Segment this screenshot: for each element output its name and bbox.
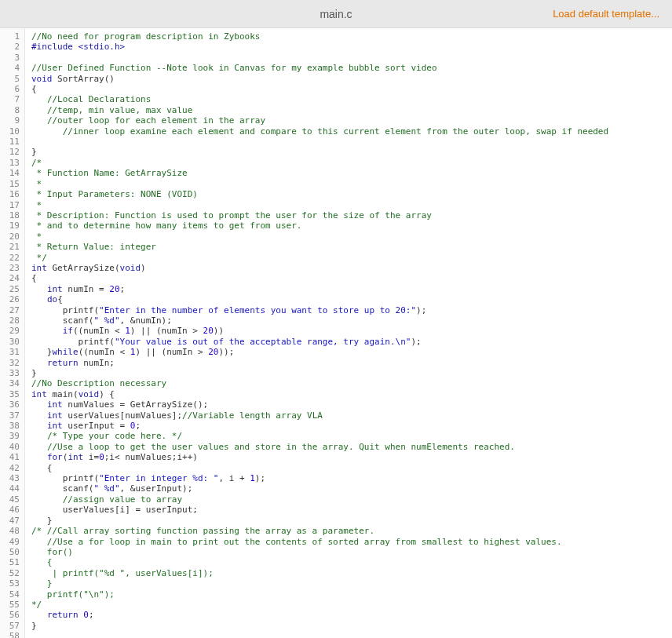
code-line[interactable]: return 0; <box>31 610 672 620</box>
code-line[interactable]: * <box>31 179 672 189</box>
line-number: 30 <box>0 337 24 347</box>
code-line[interactable]: void SortArray() <box>31 74 672 84</box>
code-line[interactable]: /* <box>31 158 672 168</box>
code-line[interactable]: //assign value to array <box>31 494 672 505</box>
line-number: 24 <box>0 273 24 283</box>
line-number: 31 <box>0 347 24 357</box>
line-number: 16 <box>0 189 24 199</box>
code-line[interactable] <box>31 137 672 147</box>
code-line[interactable]: */ <box>31 600 672 610</box>
code-line[interactable]: } <box>31 621 672 631</box>
line-number: 21 <box>0 242 24 252</box>
code-line[interactable]: * and to determine how many items to get… <box>31 221 672 231</box>
code-line[interactable]: * Return Value: integer <box>31 242 672 252</box>
code-line[interactable]: do{ <box>31 294 672 304</box>
line-number: 8 <box>0 105 24 115</box>
code-line[interactable]: //No need for program description in Zyb… <box>31 31 672 42</box>
code-line[interactable]: printf("Your value is out of the accepta… <box>31 337 672 347</box>
code-line[interactable]: * Input Parameters: NONE (VOID) <box>31 189 672 199</box>
line-number: 49 <box>0 537 24 547</box>
code-line[interactable]: /* //Call array sorting function passing… <box>31 526 672 536</box>
code-line[interactable]: if((numIn < 1) || (numIn > 20)) <box>31 326 672 336</box>
code-line[interactable]: for() <box>31 547 672 557</box>
code-line[interactable]: //inner loop examine each element and co… <box>31 126 672 137</box>
code-line[interactable]: userValues[i] = userInput; <box>31 505 672 515</box>
code-line[interactable]: scanf(" %d", &userInput); <box>31 483 672 494</box>
code-line[interactable]: * Function Name: GetArraySize <box>31 168 672 178</box>
code-line[interactable]: } <box>31 147 672 157</box>
line-number: 15 <box>0 179 24 189</box>
line-number: 11 <box>0 137 24 147</box>
line-number: 43 <box>0 473 24 483</box>
line-number: 41 <box>0 452 24 462</box>
line-number: 45 <box>0 494 24 505</box>
line-number: 47 <box>0 516 24 526</box>
code-line[interactable] <box>31 631 672 638</box>
code-line[interactable]: { <box>31 463 672 473</box>
code-area[interactable]: //No need for program description in Zyb… <box>25 28 672 638</box>
code-line[interactable]: int numValues = GetArraySize(); <box>31 399 672 410</box>
code-line[interactable]: } <box>31 516 672 526</box>
line-number: 22 <box>0 253 24 263</box>
code-line[interactable]: //User Defined Function --Note look in C… <box>31 63 672 73</box>
line-number: 13 <box>0 158 24 168</box>
code-line[interactable]: int userInput = 0; <box>31 421 672 431</box>
line-number: 26 <box>0 294 24 304</box>
code-line[interactable]: printf("\n"); <box>31 589 672 600</box>
code-line[interactable]: { <box>31 273 672 283</box>
load-template-link[interactable]: Load default template... <box>553 8 659 20</box>
code-line[interactable]: //Use a loop to get the user values and … <box>31 442 672 452</box>
code-line[interactable] <box>31 53 672 63</box>
code-line[interactable]: return numIn; <box>31 358 672 368</box>
code-line[interactable]: for(int i=0;i< numValues;i++) <box>31 452 672 462</box>
code-line[interactable]: int GetArraySize(void) <box>31 263 672 273</box>
line-number: 54 <box>0 589 24 600</box>
line-number: 52 <box>0 568 24 578</box>
line-number: 32 <box>0 358 24 368</box>
line-number: 46 <box>0 505 24 515</box>
line-number: 23 <box>0 263 24 273</box>
code-line[interactable]: * Description: Function is used to promp… <box>31 210 672 221</box>
code-line[interactable]: | printf("%d ", userValues[i]); <box>31 568 672 578</box>
code-editor[interactable]: 1234567891011121314151617181920212223242… <box>0 28 672 638</box>
code-line[interactable]: //outer loop for each element in the arr… <box>31 115 672 126</box>
line-number: 18 <box>0 210 24 221</box>
line-number: 6 <box>0 84 24 94</box>
line-number: 58 <box>0 631 24 638</box>
code-line[interactable]: //temp, min value, max value <box>31 105 672 115</box>
line-number: 37 <box>0 410 24 421</box>
line-number: 57 <box>0 621 24 631</box>
line-number: 36 <box>0 399 24 410</box>
line-number: 51 <box>0 557 24 567</box>
code-line[interactable]: //Use a for loop in main to print out th… <box>31 537 672 547</box>
line-number: 55 <box>0 600 24 610</box>
code-line[interactable]: * <box>31 200 672 210</box>
editor-header: main.c Load default template... <box>0 0 672 28</box>
line-number: 35 <box>0 389 24 399</box>
line-number: 10 <box>0 126 24 137</box>
code-line[interactable]: #include <stdio.h> <box>31 42 672 52</box>
code-line[interactable]: //No Description necessary <box>31 378 672 388</box>
line-number: 29 <box>0 326 24 336</box>
code-line[interactable]: int numIn = 20; <box>31 284 672 294</box>
code-line[interactable]: } <box>31 368 672 378</box>
line-number: 56 <box>0 610 24 620</box>
code-line[interactable]: printf("Enter in the number of elements … <box>31 305 672 315</box>
code-line[interactable]: */ <box>31 253 672 263</box>
line-number: 12 <box>0 147 24 157</box>
code-line[interactable]: * <box>31 232 672 242</box>
code-line[interactable]: scanf(" %d", &numIn); <box>31 315 672 326</box>
code-line[interactable]: { <box>31 557 672 567</box>
code-line[interactable]: { <box>31 84 672 94</box>
code-line[interactable]: int userValues[numValues];//Variable len… <box>31 410 672 421</box>
code-line[interactable]: } <box>31 578 672 589</box>
code-line[interactable]: }while((numIn < 1) || (numIn > 20)); <box>31 347 672 357</box>
code-line[interactable]: //Local Declarations <box>31 94 672 104</box>
code-line[interactable]: printf("Enter in integer %d: ", i + 1); <box>31 473 672 483</box>
code-line[interactable]: int main(void) { <box>31 389 672 399</box>
code-line[interactable]: /* Type your code here. */ <box>31 431 672 441</box>
line-number: 19 <box>0 221 24 231</box>
line-number: 3 <box>0 53 24 63</box>
line-number: 7 <box>0 94 24 104</box>
line-number: 5 <box>0 74 24 84</box>
